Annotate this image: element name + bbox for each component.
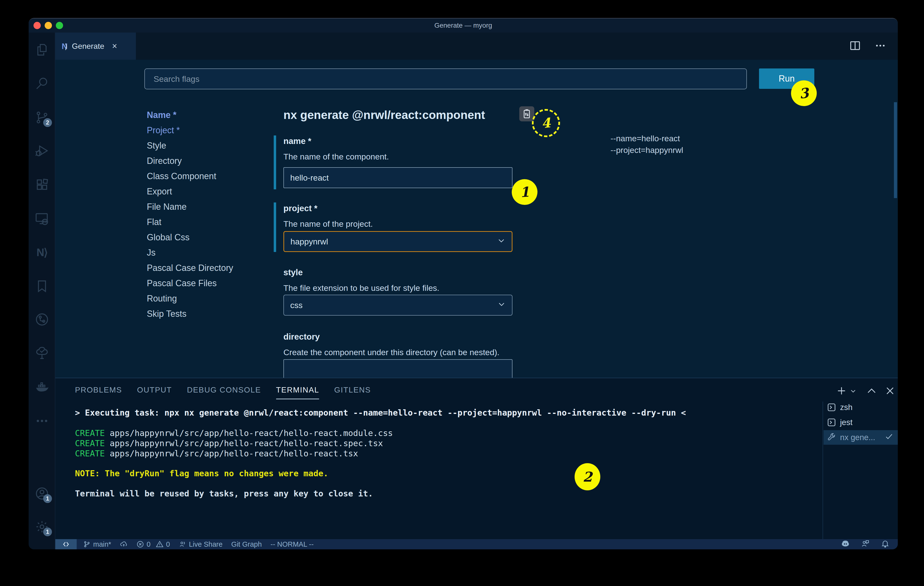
accounts-icon[interactable]: 1 — [35, 487, 49, 500]
nav-item-pascal-case-directory[interactable]: Pascal Case Directory — [147, 260, 233, 275]
nx-tab-icon: N⟩ — [62, 41, 68, 51]
copy-command-button[interactable] — [519, 106, 534, 121]
nav-item-name[interactable]: Name * — [147, 107, 233, 122]
run-debug-icon[interactable] — [35, 144, 49, 158]
terminal-session-jest[interactable]: jest — [823, 415, 898, 429]
terminal-note-line: NOTE: The "dryRun" flag means no changes… — [75, 468, 328, 478]
nav-item-class-component[interactable]: Class Component — [147, 169, 233, 184]
copilot-icon[interactable] — [841, 539, 850, 550]
terminal-session-zsh[interactable]: zsh — [823, 401, 898, 414]
terminal-prompt-icon — [827, 403, 836, 412]
git-graph-item[interactable]: Git Graph — [231, 540, 262, 548]
terminal-sidebar-divider — [823, 402, 823, 539]
editor-scrollbar[interactable] — [894, 102, 897, 198]
terminal-create-line: CREATE apps/happynrwl/src/app/hello-reac… — [75, 428, 393, 438]
nx-console-icon[interactable]: N⟩ — [35, 245, 49, 259]
feedback-icon[interactable] — [861, 539, 870, 550]
nav-item-project[interactable]: Project * — [147, 122, 233, 138]
testing-tree-icon[interactable] — [35, 346, 49, 360]
nav-item-global-css[interactable]: Global Css — [147, 230, 233, 245]
terminal-create-line: CREATE apps/happynrwl/src/app/hello-reac… — [75, 449, 358, 458]
session-label: nx gene... — [840, 433, 875, 442]
directory-input[interactable] — [284, 359, 513, 378]
vscode-window: Generate — myorg 2 — [29, 18, 898, 550]
live-share-label: Live Share — [189, 540, 223, 548]
problems-item[interactable]: 0 0 — [136, 540, 170, 548]
more-views-icon[interactable] — [35, 414, 49, 428]
sync-changes-item[interactable] — [120, 540, 128, 548]
bookmarks-icon[interactable] — [35, 279, 49, 293]
new-terminal-icon[interactable] — [836, 386, 847, 397]
tab-label: Generate — [72, 42, 104, 51]
terminal-session-nx-generate[interactable]: nx gene... — [823, 430, 898, 445]
style-description: The file extension to be used for style … — [284, 283, 439, 293]
tab-close-icon[interactable]: × — [112, 41, 117, 51]
panel-tab-gitlens[interactable]: GITLENS — [334, 382, 371, 398]
project-label: project * — [284, 204, 317, 213]
settings-gear-icon[interactable]: 1 — [35, 520, 49, 534]
annotation-2: 2 — [574, 463, 600, 490]
name-input[interactable] — [284, 167, 513, 188]
screenshot-stage: Generate — myorg 2 — [0, 0, 924, 586]
directory-label: directory — [284, 332, 320, 341]
status-bar: main* 0 0 Live Share — [55, 539, 898, 550]
panel-actions — [836, 386, 895, 397]
nav-item-export[interactable]: Export — [147, 184, 233, 199]
flags-preview: --name=hello-react --project=happynrwl — [610, 132, 683, 156]
terminal-create-line: CREATE apps/happynrwl/src/app/hello-reac… — [75, 439, 383, 448]
settings-badge: 1 — [43, 528, 52, 536]
flag-name: --name=hello-react — [610, 132, 683, 144]
nav-item-directory[interactable]: Directory — [147, 153, 233, 169]
tab-bar: N⟩ Generate × — [55, 33, 898, 60]
vim-mode-label: -- NORMAL -- — [271, 540, 314, 548]
panel-tab-output[interactable]: OUTPUT — [137, 382, 172, 398]
project-description: The name of the project. — [284, 219, 373, 228]
search-flags-input[interactable] — [144, 68, 747, 89]
check-icon — [885, 432, 893, 443]
nav-item-js[interactable]: Js — [147, 245, 233, 260]
warning-count: 0 — [166, 540, 170, 548]
generator-title: nx generate @nrwl/react:component — [284, 108, 485, 122]
window-title: Generate — myorg — [29, 18, 898, 33]
project-select[interactable]: happynrwl — [284, 231, 513, 252]
git-graph-label: Git Graph — [231, 540, 262, 548]
panel-tab-debug-console[interactable]: DEBUG CONSOLE — [187, 382, 261, 398]
terminal-prompt-icon — [827, 418, 836, 427]
split-editor-icon[interactable] — [849, 40, 861, 53]
cloud-upload-icon — [120, 540, 128, 548]
terminal-output: > Executing task: npx nx generate @nrwl/… — [75, 378, 135, 456]
more-actions-icon[interactable] — [874, 40, 886, 53]
nav-item-file-name[interactable]: File Name — [147, 199, 233, 214]
remote-indicator[interactable] — [55, 539, 77, 550]
source-control-icon[interactable]: 2 — [35, 111, 49, 124]
name-label: name * — [284, 136, 311, 146]
error-count: 0 — [147, 540, 150, 548]
style-select[interactable]: css — [284, 295, 513, 316]
session-label: zsh — [840, 403, 852, 412]
nav-item-routing[interactable]: Routing — [147, 291, 233, 306]
annotation-1: 1 — [511, 178, 538, 205]
docker-icon[interactable] — [35, 380, 49, 394]
nav-item-style[interactable]: Style — [147, 138, 233, 153]
tab-generate[interactable]: N⟩ Generate × — [55, 33, 136, 60]
nav-item-skip-tests[interactable]: Skip Tests — [147, 306, 233, 321]
style-label: style — [284, 268, 303, 277]
generate-form-editor: Run Name * Project * Style Directory Cla… — [55, 60, 898, 378]
panel-tab-terminal[interactable]: TERMINAL — [276, 382, 319, 398]
remote-explorer-icon[interactable] — [35, 212, 49, 226]
live-share-item[interactable]: Live Share — [178, 540, 223, 548]
maximize-panel-icon[interactable] — [866, 386, 877, 397]
extensions-icon[interactable] — [35, 178, 49, 192]
close-panel-icon[interactable] — [885, 386, 895, 397]
terminal-dropdown-icon[interactable] — [849, 387, 857, 396]
nav-item-pascal-case-files[interactable]: Pascal Case Files — [147, 275, 233, 291]
notifications-bell-icon[interactable] — [881, 539, 889, 550]
nav-item-flat[interactable]: Flat — [147, 214, 233, 230]
git-branch-icon — [83, 540, 91, 548]
search-icon[interactable] — [35, 76, 49, 91]
session-label: jest — [840, 418, 852, 427]
git-branch-item[interactable]: main* — [83, 540, 111, 548]
terminal-reuse-line: Terminal will be reused by tasks, press … — [75, 489, 373, 498]
explorer-icon[interactable] — [35, 43, 49, 57]
git-graph-icon[interactable] — [35, 313, 49, 326]
